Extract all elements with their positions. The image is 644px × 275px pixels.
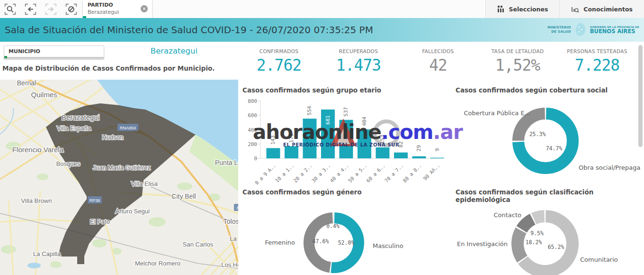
map-label: Bosques: [56, 160, 80, 167]
age-group-bar-chart[interactable]: 02004006008001430 a 9 A..17010 a 1..5542…: [239, 95, 450, 185]
donut-name-label: En Investigación: [457, 240, 508, 248]
bar-60 a 6..[interactable]: [376, 147, 390, 158]
map-label: San Carlos: [183, 241, 214, 248]
kpi-confirmados: CONFIRMADOS2.762: [239, 45, 319, 78]
kpi-tasa-de-letalidad: TASA DE LETALIDAD1,52%: [478, 45, 557, 78]
kpi-label: RECUPERADOS: [319, 48, 398, 54]
map-label: Juan María Gutiérrez: [93, 164, 151, 171]
road-shield-label: R: [237, 206, 238, 211]
map-label: Villa España: [57, 125, 91, 132]
map-label: Bernal: [17, 80, 36, 87]
donut-pct-label: 18.2%: [526, 239, 542, 246]
bar-90 Añ..[interactable]: [430, 158, 444, 158]
y-tick-label: 800: [248, 98, 257, 104]
selected-municipio[interactable]: Berazategui: [133, 46, 215, 55]
filter-chip-field: PARTIDO: [88, 2, 113, 8]
classification-donut-chart[interactable]: 9.5%18.2%65.2%ContactoEn InvestigaciónCo…: [452, 187, 644, 275]
kpi-personas-testeadas: PERSONAS TESTEADAS7.228: [557, 45, 637, 78]
kpi-label: CONFIRMADOS: [239, 48, 319, 54]
donut-slice-other[interactable]: [534, 216, 545, 219]
bar-40 a 4..[interactable]: [340, 120, 353, 158]
municipio-filter-label: MUNICIPIO: [9, 48, 40, 55]
x-category-label: 50 a 5..: [347, 163, 368, 183]
donut-pct-label: 47.6%: [313, 238, 329, 245]
bar-0 a 9 A..[interactable]: [267, 148, 280, 158]
kpi-value: 42: [398, 56, 478, 74]
donut-pct-label: 74.7%: [546, 145, 563, 152]
donut-name-label: Contacto: [493, 211, 521, 219]
kpi-fallecidos: FALLECIDOS42: [398, 45, 478, 78]
donut-name-label: Comunitario: [580, 256, 618, 263]
map-label: Melchor Romero: [135, 260, 180, 267]
kpi-recuperados: RECUPERADOS1.473: [319, 45, 398, 78]
municipio-filter[interactable]: MUNICIPIO: [4, 46, 104, 59]
x-category-label: 30 a 3..: [311, 163, 331, 183]
bar-chart-title: Casos confirmados según grupo etario: [242, 86, 381, 94]
coverage-donut-title: Casos confirmados según cobertura social: [456, 86, 608, 94]
bar-value-label: 153: [380, 135, 386, 144]
filter-chip-close-icon[interactable]: ✕: [141, 5, 148, 12]
kpi-value: 1,52%: [478, 56, 557, 74]
bar-value-label: 9: [434, 148, 440, 151]
insights-button-label: Conocimientos: [583, 6, 633, 13]
bar-80 a 8..[interactable]: [412, 156, 426, 158]
insights-search-icon: [571, 5, 579, 13]
step-back-icon[interactable]: [24, 3, 37, 16]
bar-70 a 7..[interactable]: [394, 153, 408, 158]
bar-value-label: 681: [325, 115, 331, 125]
donut-name-label: Obra social/Prepaga: [579, 164, 640, 171]
bar-50 a 5..[interactable]: [358, 129, 371, 158]
x-category-label: 70 a 7..: [384, 163, 404, 183]
x-category-label: 60 a 6..: [365, 163, 386, 183]
step-forward-icon[interactable]: [45, 3, 57, 16]
x-category-label: 80 a 8..: [402, 163, 422, 183]
clear-selections-icon[interactable]: [65, 3, 78, 16]
map-label: Villa Brown: [21, 197, 52, 204]
filter-chip-partido[interactable]: PARTIDO Berazategui ✕: [83, 0, 152, 18]
vertical-scrollbar[interactable]: [638, 45, 643, 147]
municipio-map[interactable]: RNA004RP36R BernalQuilmesBerazateguiVill…: [0, 80, 238, 275]
bar-value-label: 170: [288, 133, 295, 143]
bar-value-label: 404: [361, 117, 367, 126]
donut-pct-label: 65.2%: [548, 244, 564, 250]
x-category-label: 10 a 1..: [274, 163, 295, 183]
donut-name-label: Cobertura Pública E...: [464, 110, 530, 117]
gov-logo-text: GOBIERNO DE LA PROVINCIA DE BUENOS AIRES: [590, 26, 639, 35]
donut-slice-Contacto[interactable]: [522, 219, 533, 229]
map-label: La Pl: [230, 235, 238, 242]
government-logos: MINISTERIO DE SALUD GOBIERNO DE LA PROVI…: [542, 18, 639, 42]
bar-value-label: 554: [307, 106, 313, 115]
bar-value-label: 29: [416, 145, 422, 151]
map-label: Los Hor: [221, 261, 238, 268]
selections-toolbar: PARTIDO Berazategui ✕ Selecciones: [0, 0, 644, 18]
x-category-label: 40 a 4..: [329, 163, 349, 183]
map-label: Punta La: [215, 159, 238, 166]
bar-10 a 1..[interactable]: [285, 146, 298, 158]
province-map-icon: [574, 22, 587, 37]
donut-name-label: Masculino: [373, 242, 403, 249]
selections-button[interactable]: Selecciones: [485, 0, 560, 18]
bar-value-label: 143: [270, 135, 277, 145]
filter-chip-value: Berazategui: [88, 9, 119, 15]
donut-slice-En Investigación[interactable]: [518, 230, 522, 259]
municipio-filter-scrollbar[interactable]: [4, 57, 104, 58]
y-tick-label: 400: [248, 127, 257, 133]
kpi-value: 2.762: [239, 56, 319, 74]
insights-button[interactable]: Conocimientos: [559, 0, 644, 18]
smart-search-icon[interactable]: [4, 3, 17, 16]
donut-name-label: Femenino: [265, 239, 295, 246]
x-category-label: 20 a 2..: [292, 163, 313, 183]
kpi-label: PERSONAS TESTEADAS: [557, 48, 637, 54]
bar-20 a 2..[interactable]: [303, 119, 317, 158]
bar-value-label: 537: [343, 107, 349, 117]
ministry-logo-text: MINISTERIO DE SALUD: [542, 26, 571, 34]
coverage-donut-chart[interactable]: 25.3%74.7%Cobertura Pública E...Obra soc…: [452, 95, 644, 178]
road-shield-label: RNA004: [120, 126, 136, 130]
map-label: La Capilla: [33, 250, 61, 257]
bar-value-label: 82: [398, 141, 404, 147]
gender-donut-chart[interactable]: 0.4%47.6%52.0%FemeninoMasculino: [239, 187, 450, 275]
municipio-selection-indicator: [4, 56, 7, 58]
map-label: Quilmes: [31, 91, 57, 99]
map-label: Florencio Varela: [12, 146, 64, 154]
x-category-label: 0 a 9 A..: [254, 163, 277, 185]
